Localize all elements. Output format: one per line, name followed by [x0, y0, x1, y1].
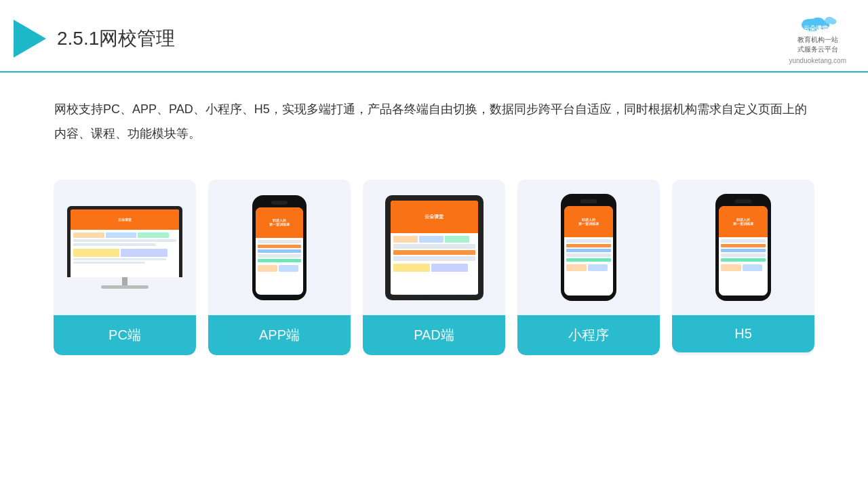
card-h5-label: H5 — [672, 315, 814, 352]
phone-mockup-mini: 职进人的第一堂训练课 — [561, 194, 616, 301]
mini-bar — [258, 259, 301, 262]
phone-screen-top-h5: 职进人的第一堂训练课 — [719, 206, 768, 237]
brand-tagline: 教育机构一站 式服务云平台 — [797, 35, 838, 54]
phone-notch-h5 — [735, 199, 751, 203]
pc-screen-inner: 云朵课堂 — [71, 209, 179, 277]
tablet-bar — [393, 244, 475, 249]
phone-screen-mini: 职进人的第一堂训练课 — [564, 206, 613, 296]
pc-base — [101, 285, 149, 289]
phone-notch-app — [271, 201, 288, 205]
card-app-image: 职进人的第一堂训练课 — [208, 180, 351, 315]
phone-screen-bottom-mini — [564, 237, 613, 296]
mini-bar — [566, 239, 611, 243]
phone-screen-app: 职进人的第一堂训练课 — [256, 207, 303, 295]
brand-logo: 云朵课堂 教育机构一站 式服务云平台 yunduoketang.com — [789, 12, 846, 64]
tablet-mockup: 云朵课堂 — [385, 195, 484, 300]
tablet-screen-top: 云朵课堂 — [391, 201, 478, 234]
mini-bar — [258, 240, 301, 243]
mini-bar — [566, 249, 611, 252]
phone-screen-top-app: 职进人的第一堂训练课 — [256, 207, 303, 238]
card-h5-image: 职进人的第一堂训练课 — [672, 180, 814, 315]
mini-bar — [721, 249, 766, 252]
card-pc-image: 云朵课堂 — [54, 180, 196, 315]
mini-bar — [721, 253, 766, 257]
tablet-bar — [393, 250, 475, 255]
card-pad-label: PAD端 — [363, 315, 505, 355]
tablet-bar — [393, 256, 475, 261]
mini-bar — [721, 244, 766, 247]
phone-screen-bottom-h5 — [719, 237, 768, 296]
pc-screen-outer: 云朵课堂 — [67, 206, 182, 277]
mini-bar — [258, 249, 301, 253]
card-pad-image: 云朵课堂 — [363, 180, 505, 315]
card-pc-label: PC端 — [54, 315, 196, 355]
mini-bar — [721, 239, 766, 243]
mini-bar — [566, 244, 611, 247]
mini-bar — [258, 254, 301, 258]
phone-screen-top-mini: 职进人的第一堂训练课 — [564, 206, 613, 237]
brand-url: yunduoketang.com — [789, 57, 846, 64]
phone-notch-mini — [580, 199, 597, 203]
card-pad: 云朵课堂 — [363, 180, 505, 355]
phone-text-mini: 职进人的第一堂训练课 — [578, 218, 599, 226]
card-mini-label: 小程序 — [517, 315, 660, 355]
header-left: 2.5.1网校管理 — [14, 20, 175, 58]
brand-icon: 云朵课堂 — [797, 12, 838, 33]
logo-triangle-icon — [14, 20, 46, 58]
tablet-screen: 云朵课堂 — [391, 201, 478, 295]
mini-bar — [566, 258, 611, 262]
description-text: 网校支持PC、APP、PAD、小程序、H5，实现多端打通，产品各终端自由切换，数… — [0, 73, 868, 159]
page-title: 2.5.1网校管理 — [57, 26, 175, 52]
mini-bar — [721, 258, 766, 262]
phone-outer-h5: 职进人的第一堂训练课 — [715, 194, 771, 301]
cloud-icon: 云朵课堂 — [797, 12, 838, 33]
phone-text-h5: 职进人的第一堂训练课 — [733, 218, 753, 226]
phone-outer-app: 职进人的第一堂训练课 — [252, 195, 307, 300]
card-app: 职进人的第一堂训练课 — [208, 180, 351, 355]
card-h5: 职进人的第一堂训练课 — [672, 180, 814, 355]
pc-stand — [122, 277, 127, 285]
tablet-screen-bottom — [391, 233, 478, 294]
mini-bar — [566, 253, 611, 257]
phone-screen-h5: 职进人的第一堂训练课 — [719, 206, 768, 296]
header: 2.5.1网校管理 云朵课堂 教育机构一站 式服务云平台 yunduoketan… — [0, 0, 868, 73]
pc-mockup: 云朵课堂 — [67, 206, 182, 289]
card-pc: 云朵课堂 — [54, 180, 196, 355]
tablet-outer: 云朵课堂 — [385, 195, 484, 300]
phone-screen-bottom-app — [256, 238, 303, 295]
card-mini-program: 职进人的第一堂训练课 — [517, 180, 660, 355]
phone-mockup-app: 职进人的第一堂训练课 — [252, 195, 307, 300]
card-mini-image: 职进人的第一堂训练课 — [517, 180, 660, 315]
svg-text:云朵课堂: 云朵课堂 — [803, 25, 827, 32]
phone-text-app: 职进人的第一堂训练课 — [269, 218, 290, 227]
cards-container: 云朵课堂 — [0, 166, 868, 369]
card-app-label: APP端 — [208, 315, 351, 355]
mini-bar — [258, 245, 301, 248]
phone-mockup-h5: 职进人的第一堂训练课 — [715, 194, 771, 301]
svg-point-5 — [829, 18, 836, 24]
phone-outer-mini: 职进人的第一堂训练课 — [561, 194, 616, 301]
